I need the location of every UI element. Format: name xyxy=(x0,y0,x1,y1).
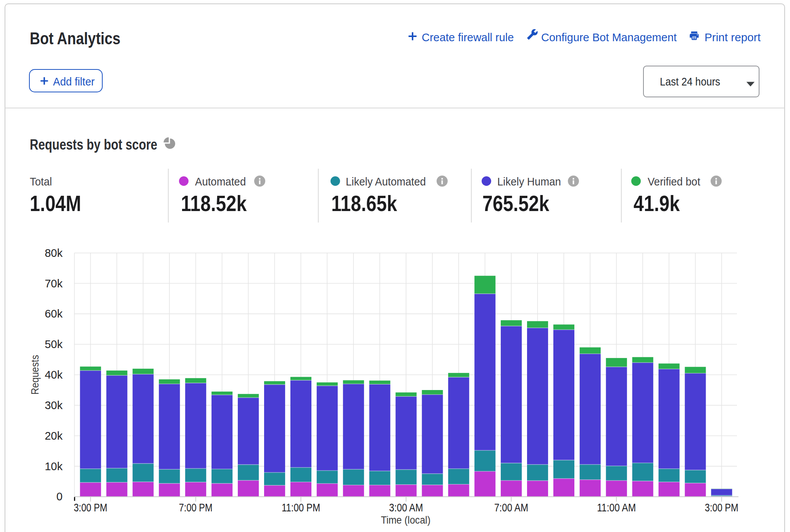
svg-text:40k: 40k xyxy=(45,369,63,381)
svg-text:7:00 AM: 7:00 AM xyxy=(494,501,528,514)
svg-text:60k: 60k xyxy=(45,308,63,320)
svg-text:11:00 PM: 11:00 PM xyxy=(282,501,320,514)
svg-text:Time (local): Time (local) xyxy=(381,514,430,526)
svg-text:50k: 50k xyxy=(45,338,63,350)
svg-text:20k: 20k xyxy=(45,430,63,442)
svg-text:10k: 10k xyxy=(45,460,63,472)
svg-text:3:00 AM: 3:00 AM xyxy=(389,501,423,514)
svg-text:80k: 80k xyxy=(45,247,63,259)
svg-text:70k: 70k xyxy=(45,277,63,290)
svg-text:3:00 PM: 3:00 PM xyxy=(705,501,738,514)
svg-text:11:00 AM: 11:00 AM xyxy=(597,501,636,514)
svg-text:Requests: Requests xyxy=(29,355,41,395)
svg-text:7:00 PM: 7:00 PM xyxy=(179,501,213,514)
svg-text:30k: 30k xyxy=(45,399,63,411)
svg-text:3:00 PM: 3:00 PM xyxy=(74,501,107,514)
svg-text:0: 0 xyxy=(56,490,63,503)
